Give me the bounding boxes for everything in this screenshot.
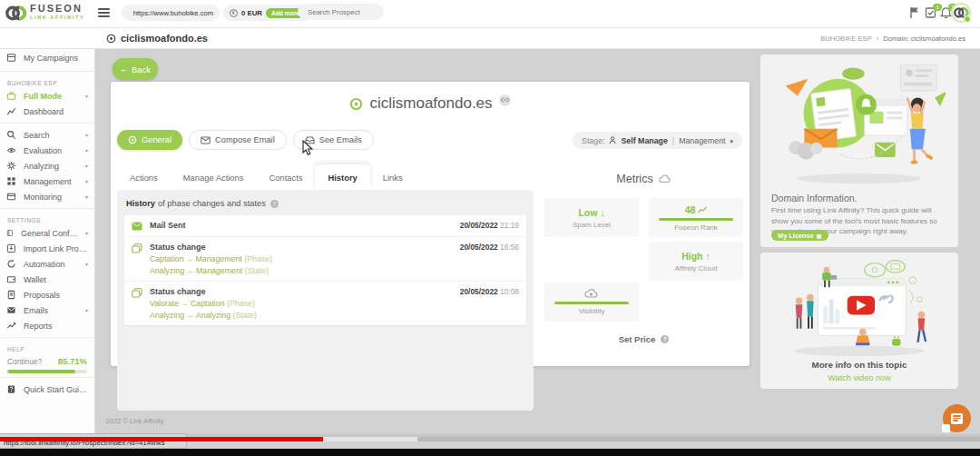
- more-info-card: More info on this topic Watch video now: [760, 253, 958, 389]
- hamburger-menu-icon[interactable]: [98, 8, 110, 19]
- chevron-down-icon: [85, 132, 88, 138]
- trend-icon: [6, 321, 16, 331]
- domain-info-illustration: [773, 60, 946, 187]
- tab-contacts[interactable]: Contacts: [256, 164, 315, 190]
- compose-email-label: Compose Email: [215, 135, 275, 144]
- sidebar-item-reports[interactable]: Reports: [0, 318, 94, 333]
- fuseon-logo-icon[interactable]: [5, 4, 26, 26]
- breadcrumb-campaign[interactable]: BUHOBIKE ESP: [820, 35, 872, 43]
- general-button-label: General: [142, 135, 172, 144]
- state-change-line: Analyzing→Analyzing (State): [150, 311, 453, 320]
- domain-title: ciclismoafondo.es: [111, 94, 750, 113]
- flag-toolbar-icon[interactable]: [909, 6, 923, 20]
- progress-bar: [7, 370, 87, 373]
- history-row-datetime: 20/05/2022 16:56: [460, 243, 519, 275]
- sidebar-item-management[interactable]: Management: [0, 173, 94, 189]
- stage-selector[interactable]: Stage: Self Manage | Management: [573, 132, 742, 149]
- target-icon: [106, 34, 116, 44]
- document-icon: [6, 290, 16, 300]
- page-title-text: ciclismoafondo.es: [121, 33, 208, 44]
- history-row-datetime: 20/05/2022 21:19: [460, 221, 519, 231]
- coin-icon: [230, 9, 238, 17]
- logo-secondary-text: LINK AFFINITY: [30, 15, 84, 20]
- sidebar-item-analyzing[interactable]: Analyzing: [0, 158, 94, 173]
- sidebar-item-proposals[interactable]: Proposals: [0, 287, 94, 302]
- breadcrumb-separator: ›: [877, 35, 879, 43]
- inbox-icon: [305, 136, 315, 144]
- history-heading-bold: History: [126, 199, 155, 208]
- sidebar-item-monitoring[interactable]: Monitoring: [0, 189, 94, 204]
- history-heading: History of phase changes and states: [126, 199, 279, 208]
- flag-icon: [128, 9, 129, 17]
- sidebar-item-wallet[interactable]: Wallet: [0, 272, 94, 287]
- link-icon[interactable]: [499, 94, 511, 106]
- sidebar-section-campaign: BUHOBIKE ESP: [0, 75, 94, 88]
- chevron-down-icon: [730, 136, 733, 145]
- campaigns-icon: [6, 53, 16, 63]
- history-row-title: Mail Sent: [150, 221, 453, 230]
- back-button[interactable]: Back: [113, 58, 158, 80]
- sidebar-item-emails[interactable]: Emails: [0, 302, 94, 318]
- history-row-datetime: 20/05/2022 10:08: [460, 287, 519, 320]
- prospect-tabs: Actions Manage Actions Contacts History …: [117, 164, 416, 190]
- tab-manage-actions[interactable]: Manage Actions: [171, 164, 257, 190]
- set-price-control[interactable]: Set Price: [544, 334, 743, 344]
- mail-sent-icon: [132, 222, 142, 231]
- chat-widget-button[interactable]: [943, 404, 971, 432]
- history-heading-rest: of phase changes and states: [158, 199, 266, 208]
- watch-video-link[interactable]: Watch video now: [760, 373, 958, 382]
- tab-actions[interactable]: Actions: [117, 164, 171, 190]
- page-title: ciclismoafondo.es: [106, 33, 208, 44]
- general-button[interactable]: General: [117, 130, 182, 150]
- domain-title-text: ciclismoafondo.es: [369, 94, 492, 113]
- sidebar-item-search[interactable]: Search: [0, 127, 94, 143]
- search-prospect-input[interactable]: [306, 7, 376, 17]
- chat-message-icon: [951, 413, 963, 424]
- video-progress-buffered[interactable]: [323, 437, 417, 441]
- status-change-icon: [132, 288, 142, 298]
- metric-affinity-cloud: High↑ Affinity Cloud: [649, 242, 743, 281]
- help-icon[interactable]: [661, 335, 669, 343]
- history-row-status-change[interactable]: Status change Valorate→Captation (Phase)…: [124, 282, 526, 325]
- phase-change-line: Valorate→Captation (Phase): [150, 299, 453, 308]
- metric-label: Visibility: [579, 307, 605, 315]
- wallet-balance: 0 EUR: [241, 9, 262, 17]
- video-progress-track[interactable]: [417, 437, 980, 441]
- cloud-icon[interactable]: [659, 174, 671, 183]
- video-progress-played[interactable]: [0, 437, 323, 441]
- visibility-icon: [584, 289, 599, 299]
- sidebar-label: Automation: [24, 260, 65, 269]
- metric-spam-level: Low↓ Spam Level: [544, 198, 639, 237]
- campaign-url-field[interactable]: https://www.buhobike.com: [122, 5, 220, 21]
- sidebar-item-general-configuration[interactable]: General Configuration: [0, 225, 94, 241]
- sidebar-item-automation[interactable]: Automation: [0, 256, 94, 272]
- my-license-label: My License: [778, 232, 814, 240]
- my-license-button[interactable]: My License: [771, 230, 828, 241]
- chevron-down-icon: [85, 230, 88, 236]
- campaign-url-value: https://www.buhobike.com: [133, 9, 213, 17]
- sidebar-label: Quick Start Guide: [24, 385, 88, 394]
- more-info-title: More info on this topic: [760, 360, 958, 370]
- config-icon: [6, 228, 14, 238]
- gear-icon: [6, 161, 16, 171]
- sidebar-item-full-mode[interactable]: Full Mode: [0, 88, 94, 104]
- history-row-status-change[interactable]: Status change Captation→Management (Phas…: [124, 237, 526, 282]
- tab-history[interactable]: History: [315, 164, 369, 190]
- search-prospect-box[interactable]: [298, 4, 384, 20]
- sidebar-item-my-campaigns[interactable]: My Campaigns: [0, 48, 94, 67]
- sidebar-item-evaluation[interactable]: Evaluation: [0, 143, 94, 158]
- help-icon[interactable]: [270, 200, 279, 208]
- sidebar-item-quick-start-guide[interactable]: Quick Start Guide: [0, 382, 94, 397]
- compose-email-button[interactable]: Compose Email: [189, 130, 287, 150]
- tasks-icon[interactable]: 3: [925, 6, 938, 20]
- sidebar-label: Monitoring: [24, 193, 62, 202]
- metrics-title: Metrics: [544, 173, 743, 185]
- user-avatar[interactable]: [951, 3, 971, 23]
- history-row-mail-sent[interactable]: Mail Sent 20/05/2022 21:19: [124, 215, 526, 237]
- sidebar-item-import-link-profile[interactable]: Import Link Profile: [0, 241, 94, 256]
- see-emails-button[interactable]: See Emails: [293, 130, 374, 150]
- sidebar-label: Evaluation: [24, 146, 62, 155]
- sidebar-item-dashboard[interactable]: Dashboard: [0, 104, 94, 119]
- domain-information-title: Domain Information.: [771, 193, 858, 203]
- tab-links[interactable]: Links: [370, 164, 416, 190]
